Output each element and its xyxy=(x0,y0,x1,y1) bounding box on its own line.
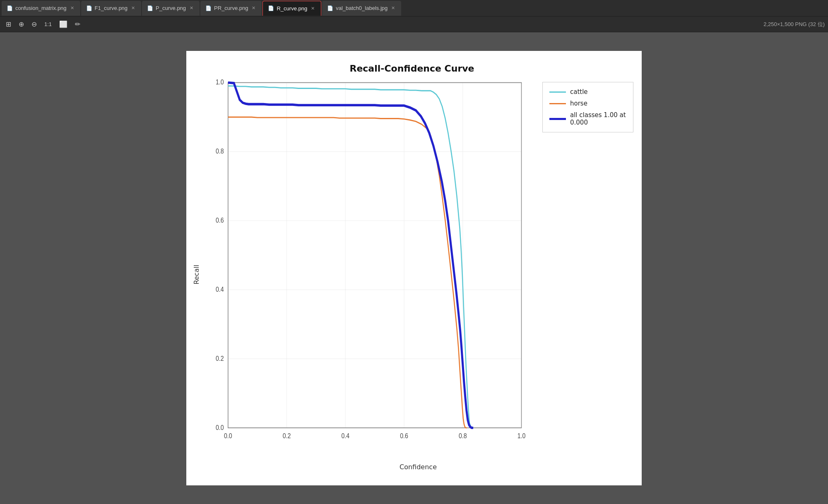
y-axis-label: Recall xyxy=(193,264,201,284)
tab-label: R_curve.png xyxy=(277,5,307,12)
svg-text:0.2: 0.2 xyxy=(216,355,224,362)
tab-close-p-curve[interactable]: ✕ xyxy=(188,5,195,11)
legend-label-cattle: cattle xyxy=(570,88,588,96)
toolbar: ⊞ ⊕ ⊖ 1:1 ⬜ ✏ 2,250×1,500 PNG (32 位) xyxy=(0,17,828,32)
zoom-out-button[interactable]: ⊖ xyxy=(29,19,39,30)
tab-f1-curve[interactable]: 📄 F1_curve.png ✕ xyxy=(81,1,142,16)
svg-text:0.4: 0.4 xyxy=(216,286,224,293)
svg-text:0.0: 0.0 xyxy=(224,432,232,439)
legend: cattle horse all classes 1.00 at 0.000 xyxy=(542,82,633,132)
svg-text:0.6: 0.6 xyxy=(216,216,224,224)
svg-text:0.4: 0.4 xyxy=(341,432,349,439)
y-axis-label-container: Recall xyxy=(190,78,203,471)
tab-bar: 📄 confusion_matrix.png ✕ 📄 F1_curve.png … xyxy=(0,0,828,17)
x-axis-label: Confidence xyxy=(203,463,633,471)
main-content: Recall-Confidence Curve Recall xyxy=(0,32,828,504)
tab-close-val-batch[interactable]: ✕ xyxy=(390,5,396,11)
svg-text:0.6: 0.6 xyxy=(400,432,408,439)
svg-rect-0 xyxy=(228,83,522,428)
file-icon: 📄 xyxy=(327,5,333,11)
svg-text:0.0: 0.0 xyxy=(216,424,224,431)
legend-line-all-classes xyxy=(549,118,566,120)
file-icon: 📄 xyxy=(7,5,13,11)
tab-label: PR_curve.png xyxy=(214,5,248,11)
file-info: 2,250×1,500 PNG (32 位) xyxy=(763,21,825,28)
tab-r-curve[interactable]: 📄 R_curve.png ✕ xyxy=(262,1,321,16)
tab-pr-curve[interactable]: 📄 PR_curve.png ✕ xyxy=(200,1,262,16)
legend-line-horse xyxy=(549,103,566,104)
move-tool-button[interactable]: ⊞ xyxy=(3,19,14,30)
tab-close-confusion-matrix[interactable]: ✕ xyxy=(69,5,75,11)
svg-text:1.0: 1.0 xyxy=(216,78,224,86)
svg-text:0.8: 0.8 xyxy=(459,432,467,439)
zoom-reset-button[interactable]: 1:1 xyxy=(42,19,54,29)
chart-container: Recall-Confidence Curve Recall xyxy=(186,51,642,485)
svg-text:1.0: 1.0 xyxy=(518,432,526,439)
tab-label: F1_curve.png xyxy=(95,5,128,11)
tab-label: P_curve.png xyxy=(156,5,186,11)
chart-area: Recall xyxy=(190,78,633,471)
legend-label-horse: horse xyxy=(570,100,587,107)
tab-p-curve[interactable]: 📄 P_curve.png ✕ xyxy=(142,1,200,16)
tab-close-f1-curve[interactable]: ✕ xyxy=(130,5,136,11)
plot-area: 1.0 0.8 0.6 0.4 0.2 0.0 0.0 0.2 0.4 0.6 xyxy=(203,78,538,461)
legend-item-all-classes: all classes 1.00 at 0.000 xyxy=(549,111,626,126)
chart-inner: 1.0 0.8 0.6 0.4 0.2 0.0 0.0 0.2 0.4 0.6 xyxy=(203,78,633,471)
tab-label: val_batch0_labels.jpg xyxy=(336,5,388,11)
svg-text:0.2: 0.2 xyxy=(283,432,291,439)
file-icon: 📄 xyxy=(86,5,92,11)
file-icon: 📄 xyxy=(147,5,153,11)
tab-label: confusion_matrix.png xyxy=(15,5,67,11)
plot-and-legend: 1.0 0.8 0.6 0.4 0.2 0.0 0.0 0.2 0.4 0.6 xyxy=(203,78,633,461)
legend-item-horse: horse xyxy=(549,100,626,107)
legend-line-cattle xyxy=(549,91,566,93)
tab-close-pr-curve[interactable]: ✕ xyxy=(250,5,257,11)
tab-val-batch[interactable]: 📄 val_batch0_labels.jpg ✕ xyxy=(322,1,401,16)
fit-button[interactable]: ⬜ xyxy=(57,19,70,30)
tab-confusion-matrix[interactable]: 📄 confusion_matrix.png ✕ xyxy=(2,1,80,16)
chart-title: Recall-Confidence Curve xyxy=(190,63,633,74)
legend-label-all-classes: all classes 1.00 at 0.000 xyxy=(570,111,626,126)
file-icon: 📄 xyxy=(205,5,212,11)
file-icon: 📄 xyxy=(268,5,274,11)
tab-close-r-curve[interactable]: ✕ xyxy=(310,5,316,12)
eyedropper-button[interactable]: ✏ xyxy=(72,19,83,30)
zoom-in-button[interactable]: ⊕ xyxy=(16,19,26,30)
svg-text:0.8: 0.8 xyxy=(216,147,224,155)
chart-svg: 1.0 0.8 0.6 0.4 0.2 0.0 0.0 0.2 0.4 0.6 xyxy=(203,78,538,461)
legend-item-cattle: cattle xyxy=(549,88,626,96)
